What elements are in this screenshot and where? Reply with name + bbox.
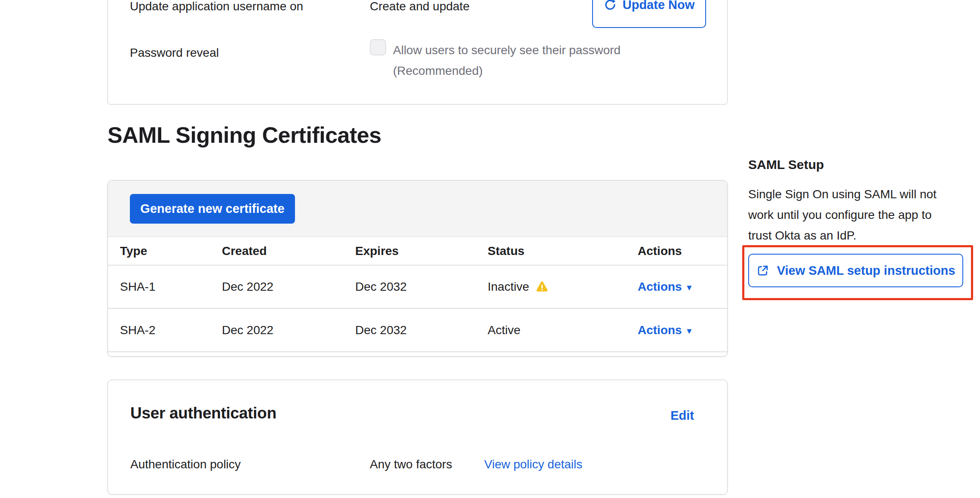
caret-down-icon: ▾	[687, 326, 691, 336]
update-username-label: Update application username on	[130, 0, 303, 13]
update-now-label: Update Now	[623, 0, 695, 12]
certificates-table-card: Generate new certificate Type Created Ex…	[108, 180, 728, 357]
cert-type-cell: SHA-1	[108, 280, 211, 294]
red-highlight-annotation: View SAML setup instructions	[742, 245, 973, 300]
user-authentication-card: User authentication Edit Authentication …	[108, 380, 728, 495]
cert-type-cell: SHA-2	[108, 323, 211, 337]
authentication-policy-label: Authentication policy	[130, 458, 241, 471]
cert-created-cell: Dec 2022	[211, 280, 344, 294]
sign-on-settings-card: Update application username on Create an…	[108, 0, 728, 105]
table-row: SHA-1 Dec 2022 Dec 2032 Inactive Actions…	[108, 265, 727, 309]
actions-label: Actions	[638, 323, 682, 337]
refresh-icon	[604, 0, 617, 11]
cert-expires-cell: Dec 2032	[344, 323, 476, 337]
user-authentication-heading: User authentication	[130, 404, 276, 422]
certificates-toolbar: Generate new certificate	[108, 181, 727, 237]
view-policy-details-link[interactable]: View policy details	[484, 458, 582, 471]
update-now-button[interactable]: Update Now	[592, 0, 706, 28]
view-saml-setup-instructions-label: View SAML setup instructions	[777, 264, 955, 278]
column-header-type: Type	[108, 244, 211, 258]
update-username-value: Create and update	[370, 0, 470, 13]
password-reveal-checkbox-label: Allow users to securely see their passwo…	[393, 40, 651, 81]
column-header-expires: Expires	[344, 244, 476, 258]
password-reveal-checkbox[interactable]	[370, 39, 386, 55]
authentication-policy-value: Any two factors	[370, 458, 452, 471]
certificates-table-header: Type Created Expires Status Actions	[108, 237, 727, 265]
actions-dropdown[interactable]: Actions ▾	[638, 323, 691, 337]
cert-status-cell: Active	[476, 323, 627, 337]
actions-label: Actions	[638, 280, 682, 294]
page-title: SAML Signing Certificates	[108, 122, 381, 148]
edit-link[interactable]: Edit	[670, 409, 694, 423]
password-reveal-label: Password reveal	[130, 46, 219, 60]
generate-new-certificate-button[interactable]: Generate new certificate	[130, 194, 295, 224]
cert-actions-cell: Actions ▾	[627, 280, 728, 294]
saml-setup-heading: SAML Setup	[748, 157, 824, 172]
status-text: Inactive	[488, 280, 529, 294]
cert-actions-cell: Actions ▾	[627, 323, 728, 337]
caret-down-icon: ▾	[687, 282, 691, 292]
column-header-actions: Actions	[627, 244, 728, 258]
column-header-created: Created	[211, 244, 344, 258]
cert-status-cell: Inactive	[476, 280, 627, 294]
cert-created-cell: Dec 2022	[211, 323, 344, 337]
table-row: SHA-2 Dec 2022 Dec 2032 Active Actions ▾	[108, 309, 727, 352]
warning-icon	[535, 280, 549, 293]
status-text: Active	[488, 323, 520, 337]
cert-expires-cell: Dec 2032	[344, 280, 476, 294]
saml-setup-description: Single Sign On using SAML will not work …	[748, 184, 972, 246]
external-link-icon	[756, 264, 769, 277]
column-header-status: Status	[476, 244, 627, 258]
saml-settings-page: Update application username on Create an…	[0, 0, 980, 498]
actions-dropdown[interactable]: Actions ▾	[638, 280, 691, 294]
view-saml-setup-instructions-button[interactable]: View SAML setup instructions	[748, 254, 963, 287]
